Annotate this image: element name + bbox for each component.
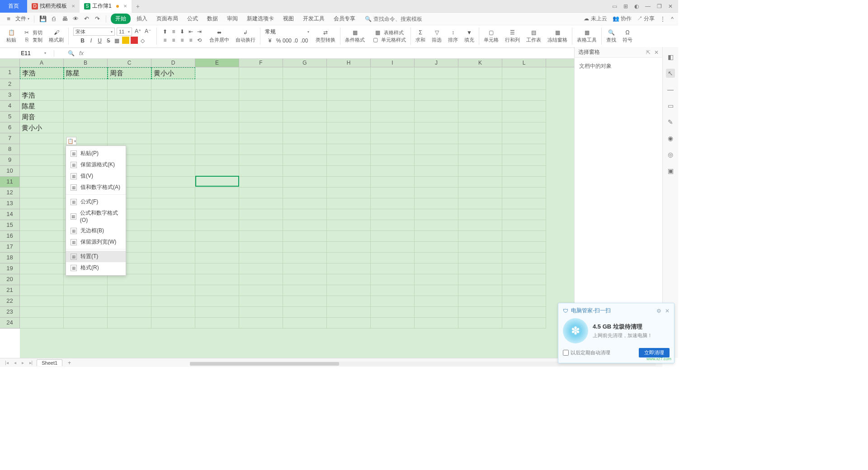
cell[interactable] xyxy=(371,101,415,112)
sheet-nav-last[interactable]: ▸| xyxy=(28,360,34,365)
tool1-icon[interactable]: — xyxy=(666,85,675,94)
cell[interactable] xyxy=(64,101,108,112)
row-header-22[interactable]: 22 xyxy=(0,296,19,307)
cell[interactable] xyxy=(283,209,327,220)
paste-options-button[interactable]: 📋▾ xyxy=(66,137,76,145)
pin-icon[interactable]: ⇱ xyxy=(646,49,651,56)
font-select[interactable]: 宋体▾ xyxy=(73,28,115,36)
cell[interactable]: 黄小小 xyxy=(20,122,64,133)
cell[interactable] xyxy=(415,318,458,329)
cell[interactable] xyxy=(502,177,546,188)
cell[interactable] xyxy=(20,144,64,155)
cell[interactable] xyxy=(195,67,239,79)
cell[interactable]: 李浩 xyxy=(20,67,64,79)
share-button[interactable]: ↗ 分享 xyxy=(637,15,655,23)
cell[interactable] xyxy=(283,263,327,274)
cell[interactable] xyxy=(195,155,239,166)
fill-color-button[interactable]: ▲ xyxy=(122,37,129,44)
cell[interactable] xyxy=(239,253,283,263)
cell[interactable] xyxy=(327,177,371,188)
file-menu[interactable]: 文件▾ xyxy=(15,15,29,23)
cell[interactable] xyxy=(64,296,108,307)
cell-ref-input[interactable] xyxy=(8,50,44,56)
cell[interactable] xyxy=(327,231,371,242)
cell[interactable] xyxy=(283,112,327,122)
cell[interactable] xyxy=(151,122,195,133)
cell[interactable] xyxy=(502,112,546,122)
cell[interactable] xyxy=(415,285,458,296)
cell[interactable] xyxy=(371,296,415,307)
tab-start[interactable]: 开始 xyxy=(111,14,131,24)
cell[interactable] xyxy=(239,133,283,144)
cell[interactable] xyxy=(283,220,327,231)
cell[interactable] xyxy=(502,296,546,307)
cell[interactable] xyxy=(371,188,415,198)
sheet-tab[interactable]: Sheet1 xyxy=(37,359,62,366)
print-icon[interactable]: 🖶 xyxy=(61,15,69,23)
close-icon[interactable]: ✕ xyxy=(71,4,75,9)
row-header-23[interactable]: 23 xyxy=(0,307,19,318)
cell[interactable] xyxy=(239,296,283,307)
layout-icon[interactable]: ▭ xyxy=(612,3,617,9)
cell[interactable] xyxy=(458,285,502,296)
cell[interactable] xyxy=(502,101,546,112)
cell[interactable] xyxy=(283,90,327,101)
cell[interactable]: 陈星 xyxy=(64,67,108,79)
cell[interactable] xyxy=(371,242,415,253)
cell[interactable] xyxy=(327,90,371,101)
name-box[interactable]: ▾ xyxy=(0,50,54,56)
cell[interactable] xyxy=(108,307,151,318)
align-justify-icon[interactable]: ≡ xyxy=(187,37,194,44)
cell[interactable] xyxy=(371,155,415,166)
cell[interactable] xyxy=(239,198,283,209)
cell[interactable] xyxy=(20,285,64,296)
cell[interactable] xyxy=(415,296,458,307)
cell[interactable] xyxy=(371,231,415,242)
cell[interactable] xyxy=(458,101,502,112)
hscroll-thumb[interactable] xyxy=(190,362,339,366)
cell[interactable] xyxy=(239,188,283,198)
col-header-H[interactable]: H xyxy=(327,59,371,67)
cell[interactable] xyxy=(371,220,415,231)
cell[interactable] xyxy=(502,307,546,318)
thumbnail-icon[interactable]: ◧ xyxy=(666,52,675,61)
tab-formula[interactable]: 公式 xyxy=(184,14,201,24)
cell[interactable] xyxy=(20,318,64,329)
cell[interactable] xyxy=(20,296,64,307)
cloud-status[interactable]: ☁ 未上云 xyxy=(584,15,607,23)
maximize-icon[interactable]: ❐ xyxy=(657,3,662,9)
cell[interactable] xyxy=(327,285,371,296)
cell[interactable] xyxy=(151,198,195,209)
clean-now-button[interactable]: 立即清理 xyxy=(639,348,670,357)
row-header-18[interactable]: 18 xyxy=(0,253,19,263)
cell[interactable] xyxy=(327,198,371,209)
cell[interactable] xyxy=(283,318,327,329)
cell[interactable] xyxy=(151,209,195,220)
row-header-16[interactable]: 16 xyxy=(0,231,19,242)
cell[interactable] xyxy=(327,155,371,166)
cell[interactable] xyxy=(283,166,327,177)
cell[interactable] xyxy=(64,318,108,329)
cell[interactable] xyxy=(20,253,64,263)
paste-menu-item[interactable]: ▦粘贴(P) xyxy=(66,148,126,159)
indent-inc-icon[interactable]: ⇥ xyxy=(196,28,203,35)
row-header-6[interactable]: 6 xyxy=(0,122,19,133)
command-search[interactable]: 🔍 xyxy=(365,16,428,22)
col-header-C[interactable]: C xyxy=(108,59,151,67)
cell[interactable] xyxy=(371,209,415,220)
tab-view[interactable]: 视图 xyxy=(280,14,297,24)
sort-button[interactable]: ↕排序 xyxy=(445,26,461,47)
cell[interactable] xyxy=(458,263,502,274)
cell[interactable] xyxy=(195,101,239,112)
row-header-5[interactable]: 5 xyxy=(0,112,19,122)
cell[interactable] xyxy=(415,67,458,79)
cell[interactable] xyxy=(195,198,239,209)
tool4-icon[interactable]: ◉ xyxy=(666,134,675,143)
tab-workbook[interactable]: S 工作簿1 ✕ xyxy=(80,0,132,13)
cell[interactable] xyxy=(327,274,371,285)
tab-add[interactable]: + xyxy=(132,0,144,13)
cell[interactable] xyxy=(151,101,195,112)
cell[interactable] xyxy=(371,122,415,133)
cell[interactable] xyxy=(371,285,415,296)
cell[interactable] xyxy=(327,209,371,220)
